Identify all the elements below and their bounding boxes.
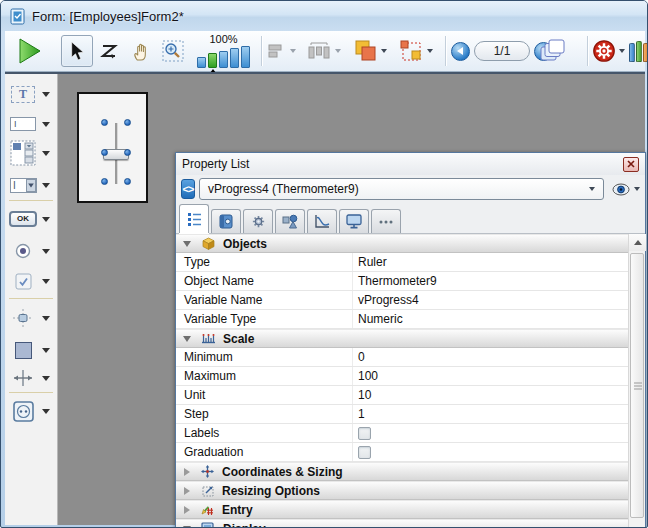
text-tool-dropdown[interactable]	[42, 92, 50, 97]
run-form-button[interactable]	[13, 34, 47, 68]
property-value[interactable]: 10	[353, 386, 645, 404]
edit-code-button[interactable]: <>	[181, 179, 195, 199]
section-header-display[interactable]: Display	[176, 519, 645, 528]
property-row-labels[interactable]: Labels	[176, 424, 645, 443]
listbox-tool-dropdown[interactable]	[42, 151, 50, 156]
plugin-tool[interactable]	[8, 398, 56, 424]
zoom-bar-200[interactable]	[219, 51, 228, 68]
slider-tool-dropdown[interactable]	[42, 316, 50, 321]
property-value[interactable]: 0	[353, 348, 645, 366]
scroll-up-button[interactable]	[629, 234, 646, 251]
rectangle-tool[interactable]	[8, 337, 56, 363]
selection-handle[interactable]	[101, 149, 108, 156]
section-header-entry[interactable]: Entry	[176, 500, 645, 519]
rectangle-tool-dropdown[interactable]	[42, 348, 50, 353]
graduation-checkbox[interactable]	[358, 446, 371, 459]
group-objects-button[interactable]	[399, 39, 423, 63]
combobox-tool-dropdown[interactable]	[42, 183, 50, 188]
splitter-tool[interactable]	[8, 365, 56, 391]
text-tool[interactable]: T	[8, 81, 56, 107]
layer-order-button[interactable]	[353, 39, 377, 63]
property-list-scrollbar[interactable]	[628, 234, 645, 528]
radio-tool-dropdown[interactable]	[42, 249, 50, 254]
button-tool-dropdown[interactable]	[42, 217, 50, 222]
collapse-triangle-icon[interactable]	[183, 241, 191, 247]
zoom-level-control[interactable]: 100%	[197, 34, 250, 68]
expand-triangle-icon[interactable]	[184, 468, 190, 476]
combobox-tool[interactable]: I	[8, 172, 56, 198]
selection-handle[interactable]	[101, 119, 108, 126]
property-row-object-name[interactable]: Object Name Thermometer9	[176, 272, 645, 291]
close-button[interactable]	[623, 157, 639, 172]
expand-triangle-icon[interactable]	[184, 487, 190, 495]
tab-objects[interactable]	[275, 209, 305, 233]
property-value[interactable]: vProgress4	[353, 291, 645, 309]
form-page-preview[interactable]	[77, 92, 148, 203]
property-row-step[interactable]: Step 1	[176, 405, 645, 424]
selection-handle[interactable]	[124, 149, 131, 156]
layer-order-dropdown-arrow[interactable]	[381, 49, 387, 53]
collapse-triangle-icon[interactable]	[183, 336, 191, 342]
zoom-tool-button[interactable]	[157, 35, 189, 67]
expand-triangle-icon[interactable]	[184, 506, 190, 514]
settings-dropdown-arrow[interactable]	[619, 49, 625, 53]
zoom-bar-400[interactable]	[230, 48, 239, 68]
align-objects-button[interactable]	[267, 42, 286, 60]
distribute-dropdown-arrow[interactable]	[335, 49, 341, 53]
checkbox-tool-dropdown[interactable]	[42, 279, 50, 284]
tab-data[interactable]	[211, 209, 241, 233]
page-indicator-field[interactable]: 1/1	[474, 41, 530, 61]
hand-tool-button[interactable]	[125, 35, 157, 67]
property-row-unit[interactable]: Unit 10	[176, 386, 645, 405]
property-list-titlebar[interactable]: Property List	[176, 153, 645, 175]
distribute-objects-button[interactable]	[307, 41, 331, 61]
property-value[interactable]: Ruler	[353, 253, 645, 271]
splitter-tool-dropdown[interactable]	[42, 376, 50, 381]
property-value[interactable]: 1	[353, 405, 645, 423]
section-header-objects[interactable]: Objects	[176, 234, 645, 253]
checkbox-tool[interactable]	[8, 268, 56, 294]
selection-handle[interactable]	[124, 178, 131, 185]
scrollbar-thumb[interactable]	[630, 253, 644, 518]
selection-handle[interactable]	[124, 119, 131, 126]
library-button[interactable]	[629, 41, 648, 62]
slider-tool[interactable]	[8, 305, 56, 331]
listbox-tool[interactable]	[8, 138, 56, 168]
section-header-coordinates[interactable]: Coordinates & Sizing	[176, 462, 645, 481]
input-tool[interactable]: I	[8, 111, 56, 137]
property-value[interactable]: Numeric	[353, 310, 645, 328]
tab-property-list[interactable]	[179, 204, 209, 233]
property-row-graduation[interactable]: Graduation	[176, 443, 645, 462]
property-row-maximum[interactable]: Maximum 100	[176, 367, 645, 386]
tab-display[interactable]	[339, 209, 369, 233]
radio-tool[interactable]	[8, 238, 56, 264]
group-dropdown-arrow[interactable]	[427, 49, 433, 53]
labels-checkbox[interactable]	[358, 427, 371, 440]
property-row-type[interactable]: Type Ruler	[176, 253, 645, 272]
title-bar[interactable]: Form: [Employees]Form2*	[1, 1, 647, 31]
property-row-minimum[interactable]: Minimum 0	[176, 348, 645, 367]
previous-page-button[interactable]	[451, 42, 470, 61]
selection-handle[interactable]	[101, 178, 108, 185]
plugin-tool-dropdown[interactable]	[42, 409, 50, 414]
section-header-scale[interactable]: Scale	[176, 329, 645, 348]
zoom-bars[interactable]	[197, 46, 250, 68]
object-selector-combo[interactable]: vProgress4 (Thermometer9)	[199, 178, 604, 200]
input-tool-dropdown[interactable]	[42, 122, 50, 127]
property-row-variable-name[interactable]: Variable Name vProgress4	[176, 291, 645, 310]
tab-events[interactable]	[307, 209, 337, 233]
tab-settings[interactable]	[243, 209, 273, 233]
tab-more[interactable]	[371, 209, 401, 233]
select-tool-button[interactable]	[61, 35, 93, 67]
form-pages-button[interactable]	[539, 38, 567, 64]
settings-button[interactable]	[593, 40, 615, 62]
property-value[interactable]: 100	[353, 367, 645, 385]
z-order-tool-button[interactable]	[93, 35, 125, 67]
section-header-resizing[interactable]: Resizing Options	[176, 481, 645, 500]
button-tool[interactable]: OK	[8, 206, 56, 232]
align-dropdown-arrow[interactable]	[290, 49, 296, 53]
zoom-bar-100-active[interactable]	[208, 53, 217, 68]
property-value[interactable]: Thermometer9	[353, 272, 645, 290]
zoom-bar-50[interactable]	[197, 57, 206, 68]
property-row-variable-type[interactable]: Variable Type Numeric	[176, 310, 645, 329]
